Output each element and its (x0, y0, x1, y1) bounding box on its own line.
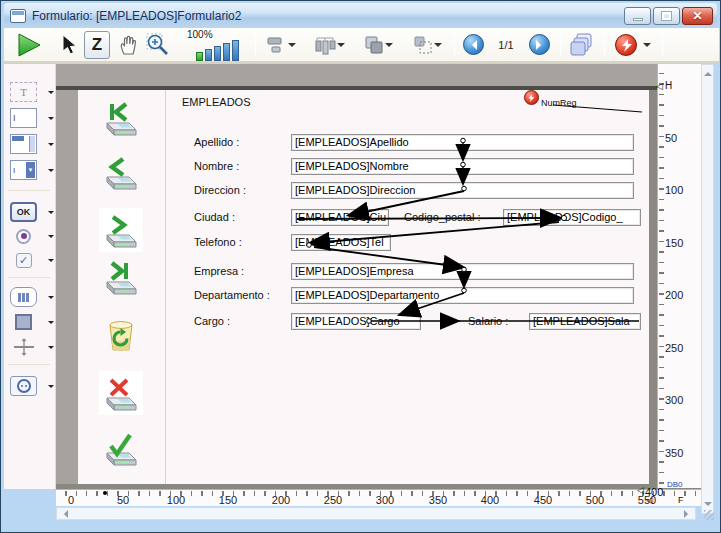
field-label-cargo[interactable]: Cargo : (194, 315, 230, 327)
numreg-red-ball-icon[interactable] (524, 90, 539, 105)
align-button[interactable] (262, 28, 300, 61)
toolbar-separator (560, 32, 561, 57)
dropdown-arrow-icon (48, 296, 54, 302)
radio-button-tool[interactable] (10, 224, 54, 248)
resize-grip[interactable] (704, 510, 714, 520)
database-button[interactable] (612, 28, 654, 61)
list-box-icon (10, 134, 37, 154)
field-label-nombre[interactable]: Nombre : (194, 160, 239, 172)
edit-control-tool[interactable]: I (10, 106, 54, 130)
page-indicator: 1/1 (498, 39, 513, 51)
hruler-tick-label: 450 (534, 494, 552, 506)
layers-button[interactable] (567, 28, 599, 61)
zoom-tool-button[interactable] (144, 28, 172, 61)
previous-page-button[interactable] (462, 28, 484, 61)
dropdown-arrow-icon (48, 143, 54, 149)
minimize-button[interactable] (624, 7, 651, 25)
size-button[interactable] (407, 28, 447, 61)
field-label-empresa[interactable]: Empresa : (194, 265, 244, 277)
field-codigo-postal[interactable]: [EMPLEADOS]Codigo_ (503, 209, 641, 226)
last-record-button[interactable] (102, 259, 140, 297)
toolbar: Z 100% (4, 28, 719, 63)
window-title: Formulario: [EMPLEADOS]Formulario2 (32, 9, 241, 23)
button-icon: OK (10, 202, 37, 222)
dropdown-arrow-icon (48, 385, 54, 391)
header-band-marker-icon[interactable]: ◁ (656, 81, 663, 91)
hruler-tick-label: 300 (376, 494, 394, 506)
restore-icon (662, 12, 671, 20)
field-label-ciudad[interactable]: Ciudad : (194, 211, 235, 223)
scroll-up-icon[interactable] (704, 68, 712, 76)
group-box-tool[interactable] (10, 310, 54, 334)
delete-record-button[interactable] (102, 375, 140, 413)
field-nombre[interactable]: [EMPLEADOS]Nombre (291, 158, 634, 175)
reset-trash-button[interactable] (102, 317, 140, 355)
previous-page-icon (463, 34, 484, 55)
static-text-tool[interactable]: T (10, 80, 54, 104)
dropdown-arrow-icon (48, 211, 54, 217)
next-record-button[interactable] (102, 212, 140, 250)
field-direccion[interactable]: [EMPLEADOS]Direccion (291, 182, 634, 199)
distribute-button[interactable] (308, 28, 350, 61)
check-box-tool[interactable]: ✓ (10, 248, 54, 272)
dropdown-arrow-icon (48, 346, 54, 352)
size-icon (412, 35, 434, 55)
field-label-departamento[interactable]: Departamento : (194, 289, 270, 301)
field-cargo[interactable]: [EMPLEADOS]Cargo (291, 313, 421, 330)
button-tool[interactable]: OK (10, 200, 54, 224)
scroll-down-icon[interactable] (704, 502, 712, 510)
field-label-telefono[interactable]: Telefono : (194, 236, 242, 248)
dropdown-arrow-icon (288, 43, 296, 51)
list-box-tool[interactable] (10, 132, 54, 156)
numreg-label[interactable]: NumReg (541, 98, 577, 108)
toolbar-control-tool[interactable] (10, 285, 54, 309)
order-button[interactable] (358, 28, 398, 61)
combo-box-tool[interactable]: I ▼ (10, 158, 54, 182)
band-marker-icon[interactable]: ◁ (646, 495, 653, 505)
image-button-icon (10, 376, 37, 396)
next-page-button[interactable] (528, 28, 550, 61)
scroll-right-icon[interactable] (684, 510, 692, 518)
field-label-salario[interactable]: Salario : (468, 315, 508, 327)
titlebar[interactable]: Formulario: [EMPLEADOS]Formulario2 ✕ (4, 3, 717, 28)
form-data-source-title[interactable]: EMPLEADOS (182, 96, 250, 108)
field-apellido[interactable]: [EMPLEADOS]Apellido (291, 134, 634, 151)
dropdown-arrow-icon (385, 43, 393, 51)
first-record-button[interactable] (102, 100, 140, 138)
field-ciudad[interactable]: [EMPLEADOS]Ciu (291, 209, 389, 226)
app-window: Formulario: [EMPLEADOS]Formulario2 ✕ Z (0, 0, 721, 533)
field-empresa[interactable]: [EMPLEADOS]Empresa (291, 263, 634, 280)
band-marker-icon[interactable]: ◁ (637, 485, 644, 495)
vertical-ruler-ticks (659, 64, 664, 488)
pan-tool-button[interactable] (116, 28, 142, 61)
hruler-tick-label: 200 (272, 494, 290, 506)
image-button-tool[interactable] (10, 374, 54, 398)
field-departamento[interactable]: [EMPLEADOS]Departamento (291, 287, 634, 304)
select-tool-button[interactable] (58, 28, 78, 61)
toolbox-separator (8, 277, 50, 278)
zoom-level-control[interactable]: 100% (187, 28, 247, 61)
footer-band-marker[interactable]: F (678, 495, 684, 505)
validate-record-button[interactable] (102, 430, 140, 468)
combo-box-icon: I ▼ (10, 160, 37, 180)
dropdown-arrow-icon (434, 43, 442, 51)
splitter-tool[interactable] (10, 335, 54, 359)
field-salario[interactable]: [EMPLEADOS]Sala (529, 313, 641, 330)
header-band-marker[interactable]: H (665, 80, 672, 91)
scroll-left-icon[interactable] (60, 510, 68, 518)
tab-order-tool-button[interactable]: Z (84, 28, 110, 61)
run-test-button[interactable] (14, 28, 44, 61)
form-window-icon (10, 9, 26, 23)
restore-button[interactable] (653, 7, 680, 25)
minimize-icon (633, 18, 643, 21)
toolbox-separator (8, 190, 50, 191)
field-label-apellido[interactable]: Apellido : (194, 136, 239, 148)
horizontal-scrollbar[interactable] (56, 507, 696, 520)
previous-record-button[interactable] (102, 154, 140, 192)
field-label-direccion[interactable]: Direccion : (194, 184, 246, 196)
close-button[interactable]: ✕ (682, 7, 713, 25)
detail-band-marker[interactable]: DB0 (667, 480, 683, 489)
field-telefono[interactable]: [EMPLEADOS]Tel (291, 234, 391, 251)
vertical-scrollbar[interactable] (701, 64, 714, 514)
field-label-codigo-postal[interactable]: Codigo_postal : (404, 211, 480, 223)
